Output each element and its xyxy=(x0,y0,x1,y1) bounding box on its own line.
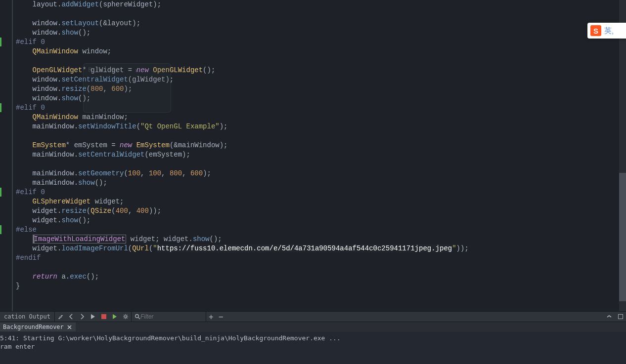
code-line[interactable]: QMainWindow mainWindow; xyxy=(16,113,616,122)
code-line[interactable]: return a.exec(); xyxy=(16,272,616,282)
nav-back-icon[interactable] xyxy=(66,311,77,322)
code-line[interactable]: mainWindow.setWindowTitle("Qt OpenGL Exa… xyxy=(16,122,616,131)
suggestion-popup: ⎘ ⎘ ✕ xyxy=(83,63,171,113)
code-line[interactable]: widget.loadImageFromUrl(QUrl("https://fu… xyxy=(16,244,616,253)
code-line[interactable]: mainWindow.show(); xyxy=(16,178,616,188)
code-line[interactable]: #else xyxy=(16,225,616,235)
code-line[interactable]: #elif 0 xyxy=(16,188,616,197)
code-line[interactable]: #endif xyxy=(16,253,616,263)
stop-icon[interactable] xyxy=(98,311,109,322)
code-line[interactable]: mainWindow.setCentralWidget(emSystem); xyxy=(16,150,616,160)
code-line[interactable]: QMainWindow window; xyxy=(16,47,616,56)
code-line[interactable]: widget.resize(QSize(400, 400)); xyxy=(16,206,616,216)
popup-icon: ⎘ xyxy=(89,67,92,109)
stairs-icon[interactable] xyxy=(55,311,66,322)
collapse-icon[interactable] xyxy=(603,313,615,320)
code-editor[interactable]: layout.addWidget(sphereWidget); window.s… xyxy=(13,0,619,311)
zoom-out-icon[interactable]: − xyxy=(216,312,226,322)
gutter-change-mark xyxy=(0,188,1,197)
popup-close-icon: ✕ xyxy=(135,67,138,109)
gutter-change-mark xyxy=(0,225,1,234)
gutter-change-mark xyxy=(0,103,1,112)
code-line[interactable] xyxy=(16,131,616,141)
ime-logo-icon: S xyxy=(590,25,601,36)
output-line: ram enter xyxy=(0,342,626,351)
zoom-in-icon[interactable]: + xyxy=(206,312,216,322)
code-line[interactable]: widget.show(); xyxy=(16,216,616,225)
close-icon[interactable] xyxy=(67,324,73,330)
filter-input[interactable] xyxy=(140,313,200,320)
settings-icon[interactable] xyxy=(120,311,131,322)
output-panel-header: cation Output + − xyxy=(0,311,626,322)
output-console[interactable]: 5:41: Starting G:\worker\HolyBackgroundR… xyxy=(0,332,626,364)
svg-point-1 xyxy=(135,315,138,318)
output-tab-label: BackgroundRemover xyxy=(3,324,64,330)
run-debug-icon[interactable] xyxy=(109,311,120,322)
gutter-change-mark xyxy=(0,38,1,46)
code-line[interactable]: } xyxy=(16,282,616,291)
code-line[interactable]: layout.addWidget(sphereWidget); xyxy=(16,0,616,9)
ime-language-label[interactable]: 英 xyxy=(604,26,612,36)
code-line[interactable]: ImageWithLoadingWidget widget; widget.sh… xyxy=(16,235,616,244)
output-tab[interactable]: BackgroundRemover xyxy=(0,323,76,331)
code-line[interactable] xyxy=(16,160,616,169)
popup-icon: ⎘ xyxy=(112,67,115,109)
output-line: 5:41: Starting G:\worker\HolyBackgroundR… xyxy=(0,334,626,342)
code-line[interactable]: mainWindow.setGeometry(100, 100, 800, 60… xyxy=(16,169,616,178)
maximize-icon[interactable] xyxy=(618,314,623,319)
code-line[interactable]: GLSphereWidget widget; xyxy=(16,197,616,206)
code-line[interactable]: #elif 0 xyxy=(16,38,616,47)
output-tabs: BackgroundRemover xyxy=(0,322,626,332)
code-line[interactable]: window.setLayout(&layout); xyxy=(16,19,616,28)
search-icon xyxy=(134,314,140,320)
run-icon[interactable] xyxy=(88,311,98,322)
selected-identifier[interactable]: ImageWithLoadingWidget xyxy=(33,235,127,243)
editor-scrollbar[interactable] xyxy=(619,0,626,311)
filter-box[interactable] xyxy=(132,313,206,320)
code-line[interactable]: EmSystem* emSystem = new EmSystem(&mainW… xyxy=(16,141,616,150)
editor-gutter xyxy=(0,0,13,311)
svg-point-0 xyxy=(125,316,127,318)
editor-area: layout.addWidget(sphereWidget); window.s… xyxy=(0,0,626,311)
code-line[interactable] xyxy=(16,263,616,272)
ime-trail: , xyxy=(612,27,614,35)
scrollbar-thumb[interactable] xyxy=(619,173,626,301)
code-line[interactable]: window.show(); xyxy=(16,28,616,38)
output-panel-title: cation Output xyxy=(0,313,54,320)
nav-forward-icon[interactable] xyxy=(77,311,88,322)
ime-toolbar[interactable]: S 英 , xyxy=(587,23,626,39)
code-line[interactable] xyxy=(16,9,616,19)
